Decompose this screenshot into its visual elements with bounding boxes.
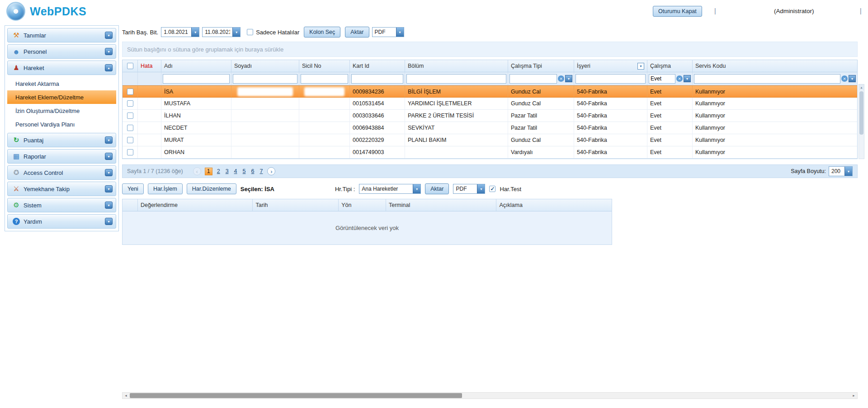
sidebar-item-puantaj[interactable]: ↻ Puantaj <box>7 133 116 147</box>
horizontal-scroll-thumb[interactable] <box>130 393 462 398</box>
detail-column-header-degerlendirme[interactable]: Değerlendirme <box>138 199 253 211</box>
filter-isyeri-input[interactable] <box>576 74 646 84</box>
clear-filter-icon[interactable] <box>841 75 848 82</box>
sidebar-item-tanimlar[interactable]: ⚒ Tanımlar <box>7 28 116 42</box>
chevron-down-icon[interactable] <box>105 153 113 160</box>
chevron-down-icon[interactable] <box>105 169 113 176</box>
pager-page-7[interactable]: 7 <box>259 168 263 174</box>
sidebar-item-sistem[interactable]: ⚙ Sistem <box>7 198 116 212</box>
chevron-down-icon[interactable] <box>849 75 856 82</box>
chevron-down-icon[interactable] <box>105 136 113 144</box>
sidebar-item-hareket[interactable]: ♟ Hareket <box>7 61 116 75</box>
date-start-input[interactable] <box>161 28 191 37</box>
filter-calisma-tipi-input[interactable] <box>509 74 557 84</box>
row-checkbox[interactable] <box>127 89 133 95</box>
detail-format-value[interactable]: PDF <box>453 184 477 193</box>
har-duzenleme-button[interactable]: Har.Düzenleme <box>187 183 236 194</box>
new-button[interactable]: Yeni <box>122 183 144 194</box>
column-header-kart-id[interactable]: Kart Id <box>350 60 405 72</box>
logout-button[interactable]: Oturumu Kapat <box>653 6 702 17</box>
table-row[interactable]: İSA 0009834236 BİLGİ İŞLEM Gunduz Cal 54… <box>123 85 857 98</box>
scroll-right-arrow-icon[interactable] <box>850 393 857 399</box>
column-header-soyadi[interactable]: Soyadı <box>231 60 299 72</box>
table-row[interactable]: İLHAN 0003033646 PARKE 2 ÜRETİM TESİSİ P… <box>123 110 857 122</box>
horizontal-scrollbar[interactable] <box>122 392 858 399</box>
vertical-scroll-thumb[interactable] <box>859 91 863 135</box>
filter-servis-input[interactable] <box>694 74 840 84</box>
only-errors-checkbox[interactable] <box>247 29 253 35</box>
pager-page-6[interactable]: 6 <box>251 168 255 174</box>
chevron-up-icon[interactable] <box>105 64 113 71</box>
har-islem-button[interactable]: Har.İşlem <box>148 183 183 194</box>
sidebar-item-yardim[interactable]: ? Yardım <box>7 214 116 229</box>
sidebar-subitem-hareket-ekleme-duzeltme[interactable]: Hareket Ekleme/Düzeltme <box>7 90 116 104</box>
row-checkbox[interactable] <box>127 149 133 155</box>
detail-column-header-aciklama[interactable]: Açıklama <box>496 199 612 211</box>
detail-column-header-tarih[interactable]: Tarih <box>253 199 339 211</box>
column-header-servis-kodu[interactable]: Servis Kodu <box>693 60 857 72</box>
scroll-up-arrow-icon[interactable] <box>859 84 864 90</box>
row-checkbox[interactable] <box>127 137 133 143</box>
table-row[interactable]: ORHAN 0014749003 Vardıyalı 540-Fabrika E… <box>123 146 857 159</box>
chevron-down-icon[interactable] <box>105 32 113 39</box>
filter-kart-input[interactable] <box>351 74 403 84</box>
table-row[interactable]: MURAT 0002220329 PLANLI BAKIM Gunduz Cal… <box>123 134 857 146</box>
column-select-button[interactable]: Kolon Seç <box>304 27 340 38</box>
chevron-down-icon[interactable] <box>105 48 113 55</box>
page-size-value[interactable]: 200 <box>829 167 844 176</box>
select-all-checkbox[interactable] <box>127 63 133 69</box>
filter-soyadi-input[interactable] <box>233 74 297 84</box>
pager-page-5[interactable]: 5 <box>243 168 246 174</box>
column-header-hata[interactable]: Hata <box>138 60 161 72</box>
column-header-sicil-no[interactable]: Sicil No <box>299 60 350 72</box>
clear-filter-icon[interactable] <box>676 75 683 82</box>
row-checkbox[interactable] <box>127 113 133 119</box>
chevron-down-icon[interactable] <box>105 185 113 192</box>
chevron-down-icon[interactable] <box>396 28 404 37</box>
sidebar-item-raporlar[interactable]: ▦ Raporlar <box>7 149 116 164</box>
table-row[interactable]: MUSTAFA 0010531454 YARDIMCI İŞLETMELER G… <box>123 98 857 110</box>
export-button[interactable]: Aktar <box>345 27 369 38</box>
row-checkbox[interactable] <box>127 125 133 131</box>
date-end-input[interactable] <box>203 28 232 37</box>
group-by-bar[interactable]: Sütun başlığını o sütuna göre gruplamak … <box>122 42 858 57</box>
har-test-checkbox[interactable] <box>489 186 495 192</box>
column-header-calisma-tipi[interactable]: Çalışma Tipi <box>508 60 574 72</box>
hr-tipi-value[interactable]: Ana Hareketler <box>359 184 413 193</box>
chevron-down-icon[interactable] <box>232 28 240 37</box>
sidebar-item-yemekhane-takip[interactable]: ⚔ Yemekhane Takip <box>7 182 116 196</box>
pager-next-button[interactable] <box>267 167 275 175</box>
header-filter-dropdown-icon[interactable] <box>637 63 644 70</box>
sidebar-subitem-hareket-aktarma[interactable]: Hareket Aktarma <box>7 77 116 90</box>
sidebar-subitem-personel-vardiya-plani[interactable]: Personel Vardiya Planı <box>7 117 116 131</box>
chevron-down-icon[interactable] <box>105 218 113 225</box>
chevron-down-icon[interactable] <box>105 202 113 209</box>
table-row[interactable]: NECDET 0006943884 SEVKİYAT Pazar Tatil 5… <box>123 122 857 134</box>
chevron-down-icon[interactable] <box>684 75 691 82</box>
export-format-value[interactable]: PDF <box>373 28 396 37</box>
detail-column-header-terminal[interactable]: Terminal <box>386 199 497 211</box>
detail-column-header-yon[interactable]: Yön <box>339 199 386 211</box>
chevron-down-icon[interactable] <box>565 75 572 82</box>
pager-page-1[interactable]: 1 <box>205 168 212 175</box>
filter-adi-input[interactable] <box>163 74 230 84</box>
grid-vertical-scrollbar[interactable] <box>859 84 864 159</box>
filter-calisma-input[interactable] <box>649 74 675 84</box>
chevron-down-icon[interactable] <box>477 184 485 193</box>
chevron-down-icon[interactable] <box>413 184 420 193</box>
chevron-down-icon[interactable] <box>191 28 199 37</box>
column-header-calisma[interactable]: Çalışma <box>647 60 693 72</box>
sidebar-subitem-izin-olusturma-duzeltme[interactable]: İzin Oluşturma/Düzeltme <box>7 104 116 117</box>
column-header-adi[interactable]: Adı <box>161 60 231 72</box>
pager-page-4[interactable]: 4 <box>234 168 237 174</box>
column-header-isyeri[interactable]: İşyeri <box>574 60 647 72</box>
column-header-bolum[interactable]: Bölüm <box>405 60 508 72</box>
pager-prev-button[interactable] <box>193 167 201 175</box>
sidebar-item-access-control[interactable]: ✪ Access Control <box>7 165 116 180</box>
detail-export-button[interactable]: Aktar <box>425 183 449 194</box>
row-checkbox[interactable] <box>127 100 133 107</box>
chevron-down-icon[interactable] <box>844 167 852 176</box>
clear-filter-icon[interactable] <box>558 75 564 82</box>
scroll-left-arrow-icon[interactable] <box>123 393 129 399</box>
pager-page-2[interactable]: 2 <box>217 168 220 174</box>
